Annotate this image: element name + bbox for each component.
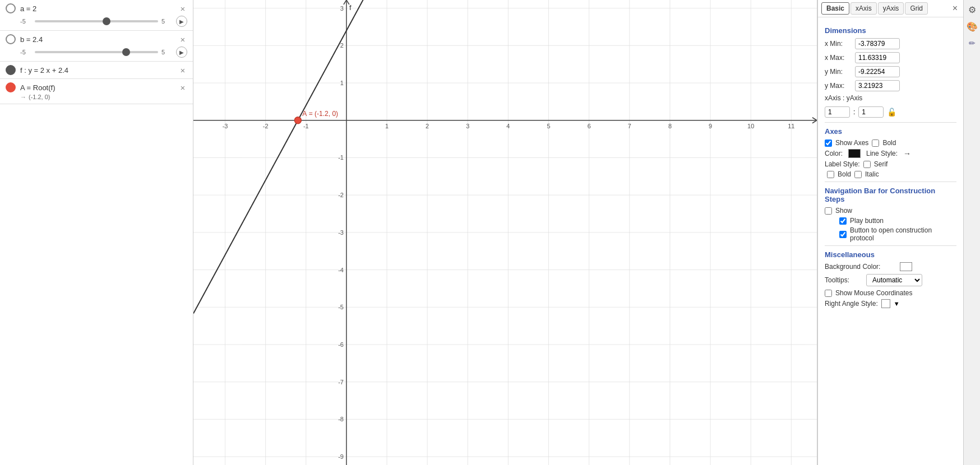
color-box[interactable] [848,149,861,158]
show-axes-checkbox[interactable] [825,140,832,147]
item-a-slider-thumb[interactable] [103,17,110,25]
panel-close-btn[interactable]: × [950,2,960,15]
item-b-name: b = 2.4 [20,35,43,44]
xmin-row: x Min: [825,38,956,49]
play-button-row: Play button [831,217,956,225]
ymax-label: y Max: [825,82,853,90]
label-style-row: Label Style: Serif [825,160,956,168]
ymax-row: y Max: [825,80,956,91]
serif-label: Serif [874,160,888,168]
bg-color-label: Background Color: [825,263,898,271]
tab-yaxis[interactable]: yAxis [878,2,904,15]
item-A-sublabel: (-1.2, 0) [29,94,50,100]
bg-color-box[interactable] [900,262,912,271]
pencil-icon-btn[interactable]: ✏ [965,36,979,50]
show-axes-row: Show Axes Bold [825,139,956,147]
yaxis-ratio-input[interactable] [858,106,884,118]
item-b-play-btn[interactable]: ▶ [176,46,187,58]
divider-1 [825,122,956,123]
algebra-item-f: f : y = 2 x + 2.4 × [0,62,193,79]
xmin-input[interactable] [855,38,900,49]
misc-title: Miscellaneous [825,250,956,259]
item-b-slider-thumb[interactable] [122,48,130,56]
item-f-label-row: f : y = 2 x + 2.4 [6,65,178,75]
tabs-header: Basic xAxis yAxis Grid × [818,0,963,17]
divider-2 [825,182,956,182]
nav-show-row: Show [825,207,956,215]
ratio-inputs-row: : 🔓 [825,106,956,118]
item-a-close[interactable]: × [178,4,187,13]
right-panel-body: Dimensions x Min: x Max: y Min: y Max: x… [818,17,963,465]
mouse-coords-checkbox[interactable] [825,290,832,297]
divider-3 [825,245,956,246]
italic-label: Italic [865,170,879,178]
ymin-label: y Min: [825,68,853,76]
right-angle-square [881,299,890,308]
ratio-row: xAxis : yAxis [825,94,956,102]
item-a-slider-row: -5 5 ▶ [6,16,187,27]
palette-icon-btn[interactable]: 🎨 [965,19,979,34]
nav-show-label: Show [835,207,852,215]
item-f-name: f : y = 2 x + 2.4 [20,66,68,75]
label-style-label: Label Style: [825,160,860,168]
bold-italic-row: Bold Italic [825,170,956,178]
right-angle-row: Right Angle Style: ▼ [825,299,956,308]
tab-grid[interactable]: Grid [905,2,928,15]
item-a-label-row: a = 2 [6,3,178,13]
tabs-row: Basic xAxis yAxis Grid [821,2,950,15]
axes-title: Axes [825,127,956,136]
item-A-close[interactable]: × [178,83,187,92]
graph-area[interactable] [193,0,817,465]
lock-icon[interactable]: 🔓 [887,108,896,117]
gear-icon-btn[interactable]: ⚙ [965,2,979,17]
open-construction-checkbox[interactable] [839,231,847,238]
color-row: Color: Line Style: → [825,149,956,158]
misc-section: Miscellaneous Background Color: Tooltips… [825,250,956,308]
item-b-slider-track[interactable] [35,51,158,53]
bold-axes-checkbox[interactable] [872,140,879,147]
serif-checkbox[interactable] [863,161,871,168]
show-axes-label: Show Axes [835,139,868,147]
ymin-input[interactable] [855,66,900,77]
play-button-label: Play button [850,217,884,225]
item-a-slider-track[interactable] [35,20,158,22]
xmax-row: x Max: [825,52,956,63]
item-f-icon [6,65,16,75]
nav-section: Navigation Bar for Construction Steps Sh… [825,187,956,242]
item-a-play-btn[interactable]: ▶ [176,16,187,27]
item-b-slider-row: -5 5 ▶ [6,46,187,58]
tooltips-label: Tooltips: [825,276,864,284]
algebra-item-a: a = 2 × -5 5 ▶ [0,0,193,31]
item-A-name: A = Root(f) [20,83,56,92]
ymax-input[interactable] [855,80,900,91]
item-b-close[interactable]: × [178,35,187,44]
item-b-slider-min: -5 [20,49,31,55]
nav-show-checkbox[interactable] [825,207,832,215]
xmax-label: x Max: [825,54,853,62]
tab-xaxis[interactable]: xAxis [850,2,877,15]
algebra-item-b: b = 2.4 × -5 5 ▶ [0,31,193,62]
xaxis-ratio-input[interactable] [825,106,850,118]
xmax-input[interactable] [855,52,900,63]
right-angle-dropdown-arrow[interactable]: ▼ [894,300,900,307]
line-style-label: Line Style: [866,150,898,157]
bold-label: Bold [838,170,851,178]
graph-canvas[interactable] [193,0,817,465]
left-panel: a = 2 × -5 5 ▶ b = 2.4 × -5 5 [0,0,193,465]
tooltips-select[interactable]: Automatic On Off [866,274,922,286]
item-b-label-row: b = 2.4 [6,34,178,44]
tab-basic[interactable]: Basic [821,2,849,15]
item-A-icon [6,82,16,92]
item-a-name: a = 2 [20,4,36,13]
bg-color-row: Background Color: [825,262,956,271]
line-style-arrow[interactable]: → [903,149,911,158]
italic-checkbox[interactable] [854,171,862,178]
ratio-label: xAxis : yAxis [825,94,862,102]
item-a-slider-max: 5 [161,18,173,25]
bold-checkbox[interactable] [827,171,834,178]
item-f-close[interactable]: × [178,66,187,75]
play-button-checkbox[interactable] [839,217,847,225]
construction-section: Play button Button to open construction … [825,217,956,242]
nav-title: Navigation Bar for Construction Steps [825,187,956,203]
right-angle-label: Right Angle Style: [825,300,878,308]
